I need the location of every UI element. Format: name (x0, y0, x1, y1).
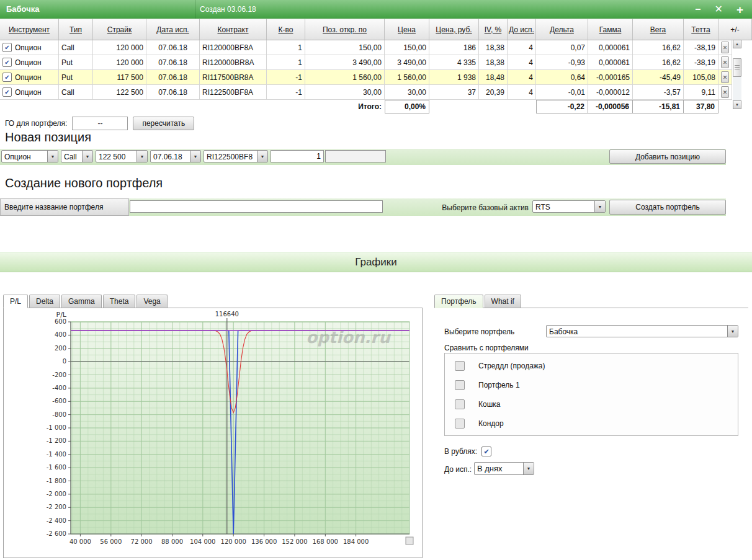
cell-exp_date: 07.06.18 (146, 85, 200, 100)
cell-price_rub: 37 (429, 85, 479, 100)
compare-checkbox[interactable] (455, 361, 465, 371)
go-input[interactable] (72, 117, 128, 130)
y-tick-label: -600 (52, 398, 66, 404)
compare-checkbox[interactable] (455, 419, 465, 429)
column-header-14: Вега (633, 19, 684, 40)
compare-checkbox[interactable] (455, 380, 465, 390)
cell-contract: RI120000BR8A (200, 55, 267, 70)
delete-row-icon[interactable]: ✕ (721, 86, 729, 98)
column-header-link[interactable]: Контракт (217, 25, 248, 34)
scroll-grip-icon (735, 65, 740, 70)
cell-instrument: ✔Опцион (0, 70, 59, 85)
cell-delete: ✕ (718, 55, 732, 70)
cell-gamma: -0,000165 (588, 70, 633, 85)
scroll-track[interactable] (733, 58, 741, 100)
scroll-up-icon[interactable]: ▲ (733, 40, 741, 48)
portfolio-name-input[interactable] (130, 200, 383, 213)
cell-theta: 105,08 (684, 70, 718, 85)
newpos-qty-input[interactable] (271, 150, 324, 162)
scroll-thumb[interactable] (733, 58, 741, 77)
select-portfolio-label: Выберите портфель (444, 327, 514, 336)
chevron-down-icon[interactable]: ▼ (137, 151, 147, 162)
scroll-down-icon[interactable]: ▼ (733, 100, 741, 109)
column-header-link[interactable]: Дата исп. (156, 25, 189, 34)
tab-what-if[interactable]: What if (485, 295, 521, 308)
newpos-instrument-select[interactable]: Опцион ▼ (1, 150, 58, 162)
compare-item: Кондор (445, 414, 738, 433)
table-scrollbar[interactable]: ▲ ▼ (733, 40, 741, 99)
tab-vega[interactable]: Vega (137, 295, 167, 308)
column-header-link[interactable]: Вега (650, 25, 666, 34)
chevron-down-icon[interactable]: ▼ (47, 151, 58, 162)
column-header-link[interactable]: Цена (398, 25, 416, 34)
column-header-link[interactable]: Страйк (107, 25, 132, 34)
add-icon[interactable]: + (736, 4, 743, 16)
window-title: Бабочка (6, 4, 40, 14)
create-portfolio-button[interactable]: Создать портфель (609, 200, 726, 215)
column-header-link[interactable]: Поз. откр. по (323, 25, 367, 34)
chevron-down-icon[interactable]: ▼ (727, 326, 738, 337)
portfolio-name-label: Введите название портфеля (0, 198, 129, 216)
row-checkbox[interactable]: ✔ (2, 87, 12, 97)
portfolio-select[interactable]: Бабочка ▼ (546, 325, 738, 337)
compare-item: Стреддл (продажа) (445, 356, 738, 375)
recalculate-button[interactable]: пересчитать (133, 117, 194, 130)
newpos-expdate-select[interactable]: 07.06.18 ▼ (150, 150, 201, 162)
chevron-down-icon[interactable]: ▼ (190, 151, 200, 162)
chevron-down-icon[interactable]: ▼ (594, 201, 605, 212)
delete-row-icon[interactable]: ✕ (721, 56, 729, 68)
cell-iv: 18,48 (479, 70, 508, 85)
compare-item-label: Кошка (478, 400, 500, 409)
tab-портфель[interactable]: Портфель (434, 295, 483, 308)
rub-checkbox[interactable]: ✔ (481, 447, 491, 456)
delete-row-icon[interactable]: ✕ (721, 42, 729, 53)
minimize-icon[interactable]: – (696, 4, 701, 14)
y-tick-label: -2 000 (47, 491, 66, 497)
base-asset-select[interactable]: RTS ▼ (532, 200, 606, 213)
newpos-type-select[interactable]: Call ▼ (61, 150, 93, 162)
compare-item: Кошка (445, 394, 738, 414)
newpos-strike-select[interactable]: 122 500 ▼ (96, 150, 148, 162)
column-header-link[interactable]: Тип (69, 25, 82, 34)
close-icon[interactable]: ✕ (714, 4, 722, 14)
tab-p-l[interactable]: P/L (3, 295, 28, 308)
newpos-contract-select[interactable]: RI122500BF8 ▼ (204, 150, 268, 162)
chevron-down-icon[interactable]: ▼ (82, 151, 92, 162)
y-tick-label: 200 (55, 345, 66, 352)
column-header-link[interactable]: Инструмент (9, 25, 50, 34)
chart-resize-handle[interactable] (406, 537, 413, 544)
compare-checkbox[interactable] (455, 399, 465, 409)
column-header-link[interactable]: К-во (279, 25, 293, 34)
add-position-button[interactable]: Добавить позицию (609, 149, 726, 164)
y-tick-label: -2 400 (47, 517, 66, 524)
row-checkbox[interactable]: ✔ (2, 58, 12, 67)
new-position-heading: Новая позиция (5, 130, 91, 144)
column-header-link[interactable]: IV, % (485, 25, 502, 34)
days-select[interactable]: В днях ▼ (474, 462, 534, 475)
chevron-down-icon[interactable]: ▼ (523, 463, 534, 474)
row-checkbox[interactable]: ✔ (2, 73, 12, 82)
row-checkbox[interactable]: ✔ (2, 43, 12, 52)
x-tick-label: 88 000 (161, 538, 183, 545)
new-portfolio-heading: Создание нового портфеля (5, 176, 163, 190)
tab-gamma[interactable]: Gamma (61, 295, 102, 308)
cell-instrument: ✔Опцион (0, 40, 59, 55)
column-header-link[interactable]: Дельта (550, 25, 574, 34)
tab-delta[interactable]: Delta (29, 295, 60, 308)
delete-row-icon[interactable]: ✕ (721, 71, 729, 83)
column-header-link[interactable]: Тетта (691, 25, 710, 34)
column-header-link[interactable]: До исп. (509, 25, 534, 34)
column-header-link[interactable]: Цена, руб. (436, 25, 472, 34)
newpos-price-input[interactable] (325, 150, 386, 162)
column-header-link[interactable]: Гамма (599, 25, 622, 34)
days-label: До исп.: (444, 465, 472, 474)
column-header-8: Цена (385, 19, 429, 40)
tab-theta[interactable]: Theta (103, 295, 136, 308)
instrument-label: Опцион (15, 88, 42, 97)
instrument-label: Опцион (15, 58, 42, 67)
x-tick-label: 40 000 (69, 538, 91, 545)
y-tick-label: 0 (63, 358, 66, 365)
instrument-label: Опцион (15, 73, 42, 82)
chevron-down-icon[interactable]: ▼ (257, 151, 267, 162)
newpos-strike-value: 122 500 (96, 151, 137, 162)
